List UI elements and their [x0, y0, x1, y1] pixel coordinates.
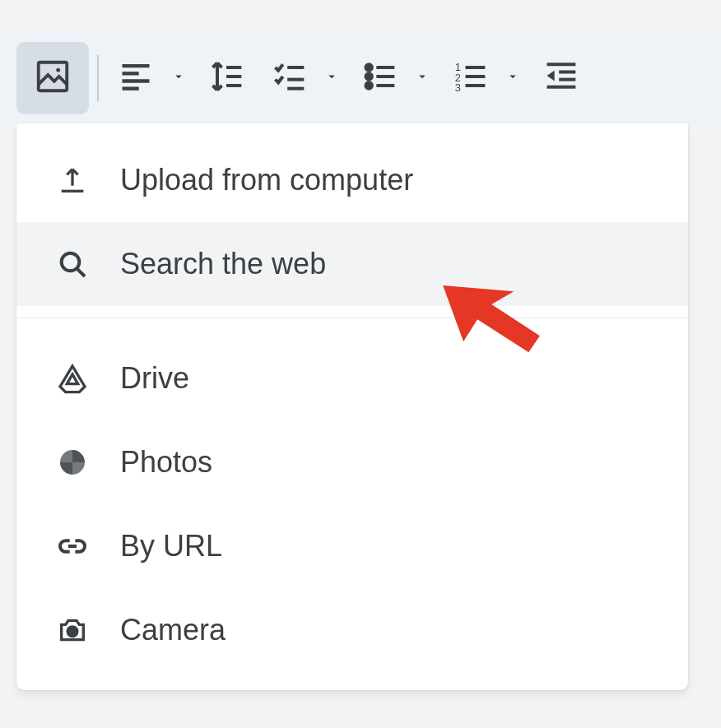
- menu-divider: [16, 318, 688, 318]
- drive-icon: [56, 362, 120, 395]
- camera-icon: [56, 614, 120, 647]
- svg-point-30: [67, 627, 77, 637]
- menu-item-label: Search the web: [120, 247, 655, 281]
- insert-image-menu: Upload from computer Search the web Driv…: [16, 123, 688, 690]
- checklist-button[interactable]: [260, 42, 318, 114]
- svg-line-29: [77, 269, 85, 276]
- toolbar-region: 1 2 3: [8, 33, 721, 123]
- align-left-icon: [118, 58, 154, 98]
- decrease-indent-icon: [542, 58, 579, 98]
- line-spacing-icon: [208, 58, 244, 98]
- toolbar-separator: [97, 55, 99, 101]
- toolbar: 1 2 3: [16, 41, 721, 115]
- svg-rect-0: [39, 63, 67, 91]
- svg-point-12: [366, 64, 372, 70]
- menu-item-by-url[interactable]: By URL: [16, 504, 688, 588]
- image-icon: [34, 58, 72, 99]
- bulleted-list-dropdown[interactable]: [408, 69, 436, 87]
- menu-item-label: Upload from computer: [120, 163, 655, 197]
- search-icon: [56, 248, 120, 281]
- svg-point-28: [62, 253, 80, 271]
- line-spacing-button[interactable]: [198, 42, 255, 114]
- numbered-list-dropdown[interactable]: [499, 69, 527, 87]
- menu-item-label: Photos: [120, 445, 655, 480]
- bulleted-list-button[interactable]: [351, 42, 408, 114]
- numbered-list-button[interactable]: 1 2 3: [441, 42, 499, 114]
- align-button[interactable]: [107, 42, 165, 114]
- menu-item-search-the-web[interactable]: Search the web: [16, 222, 688, 306]
- checklist-dropdown[interactable]: [318, 69, 346, 87]
- menu-item-camera[interactable]: Camera: [16, 588, 688, 672]
- chevron-down-icon: [324, 69, 339, 87]
- svg-point-14: [366, 82, 372, 88]
- menu-item-drive[interactable]: Drive: [16, 336, 688, 420]
- svg-point-1: [56, 68, 60, 72]
- decrease-indent-button[interactable]: [532, 42, 589, 114]
- menu-item-upload-from-computer[interactable]: Upload from computer: [16, 138, 688, 222]
- bulleted-list-icon: [361, 58, 398, 98]
- chevron-down-icon: [505, 69, 520, 87]
- align-dropdown[interactable]: [165, 69, 193, 87]
- menu-item-label: Camera: [120, 613, 655, 647]
- menu-item-photos[interactable]: Photos: [16, 420, 688, 504]
- insert-image-button[interactable]: [16, 42, 89, 114]
- photos-icon: [56, 446, 120, 479]
- upload-icon: [56, 164, 120, 197]
- chevron-down-icon: [415, 69, 430, 87]
- checklist-icon: [271, 58, 307, 98]
- svg-text:3: 3: [455, 81, 461, 94]
- numbered-list-icon: 1 2 3: [452, 58, 488, 98]
- svg-point-13: [366, 73, 372, 79]
- chevron-down-icon: [171, 69, 186, 87]
- link-icon: [56, 530, 120, 563]
- menu-item-label: Drive: [120, 361, 655, 396]
- menu-item-label: By URL: [120, 529, 655, 563]
